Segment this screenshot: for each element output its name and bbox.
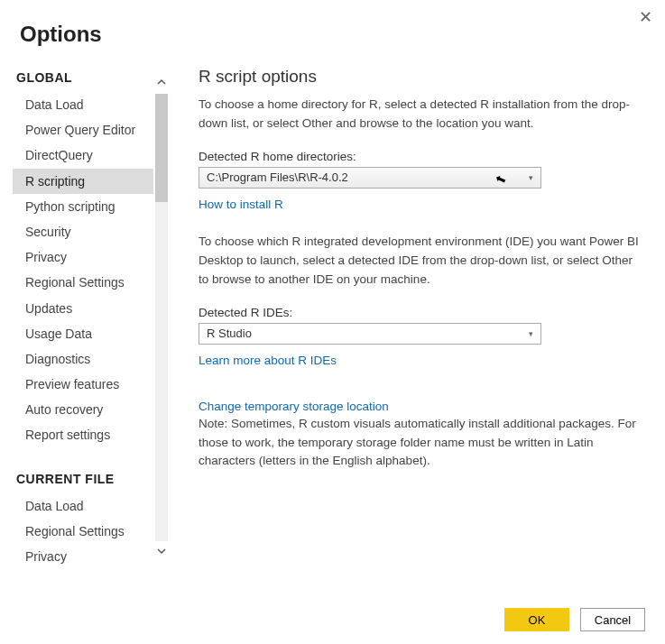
- sidebar-item-diagnostics[interactable]: Diagnostics: [16, 346, 153, 372]
- learn-r-ides-link[interactable]: Learn more about R IDEs: [199, 354, 337, 367]
- sidebar-item-data-load[interactable]: Data Load: [16, 92, 153, 117]
- tmp-note: Note: Sometimes, R custom visuals automa…: [199, 415, 645, 472]
- chevron-down-icon: ▾: [529, 173, 533, 182]
- sidebar-item-auto-recovery[interactable]: Auto recovery: [16, 397, 153, 422]
- sidebar: GLOBAL Data LoadPower Query EditorDirect…: [0, 63, 173, 568]
- cursor-icon: ⬉: [494, 170, 509, 187]
- panel-title: R script options: [199, 67, 645, 87]
- sidebar-section-global: GLOBAL: [16, 63, 173, 92]
- home-dir-value: C:\Program Files\R\R-4.0.2: [207, 170, 348, 184]
- scrollbar-thumb[interactable]: [155, 94, 168, 202]
- home-dir-label: Detected R home directories:: [199, 150, 645, 163]
- sidebar-item-power-query-editor[interactable]: Power Query Editor: [16, 117, 153, 143]
- sidebar-item-privacy[interactable]: Privacy: [16, 244, 153, 270]
- change-tmp-location-link[interactable]: Change temporary storage location: [199, 400, 389, 413]
- scroll-down-icon[interactable]: [155, 545, 168, 559]
- close-icon[interactable]: ✕: [639, 7, 652, 27]
- scroll-up-icon[interactable]: [155, 76, 168, 90]
- ide-value: R Studio: [207, 327, 252, 340]
- intro-text: To choose a home directory for R, select…: [199, 96, 645, 133]
- main-panel: R script options To choose a home direct…: [173, 63, 665, 568]
- ide-intro-text: To choose which R integrated development…: [199, 233, 645, 290]
- sidebar-item-updates[interactable]: Updates: [16, 296, 153, 321]
- sidebar-item-python-scripting[interactable]: Python scripting: [16, 194, 153, 219]
- home-dir-dropdown[interactable]: C:\Program Files\R\R-4.0.2 ▾ ⬉: [199, 167, 541, 189]
- sidebar-item-directquery[interactable]: DirectQuery: [16, 143, 153, 168]
- sidebar-item-security[interactable]: Security: [16, 219, 153, 244]
- sidebar-item-preview-features[interactable]: Preview features: [16, 372, 153, 397]
- cancel-button[interactable]: Cancel: [580, 608, 645, 631]
- sidebar-item-cf-regional-settings[interactable]: Regional Settings: [16, 519, 153, 544]
- dialog-title: Options: [0, 0, 665, 63]
- sidebar-item-usage-data[interactable]: Usage Data: [16, 321, 153, 346]
- sidebar-item-report-settings[interactable]: Report settings: [16, 422, 153, 447]
- chevron-down-icon: ▾: [529, 329, 533, 338]
- ok-button[interactable]: OK: [504, 608, 569, 631]
- ide-dropdown[interactable]: R Studio ▾: [199, 323, 541, 345]
- sidebar-item-r-scripting[interactable]: R scripting: [13, 169, 153, 194]
- dialog-footer: OK Cancel: [504, 608, 645, 631]
- sidebar-item-regional-settings[interactable]: Regional Settings: [16, 270, 153, 295]
- ide-label: Detected R IDEs:: [199, 306, 645, 319]
- sidebar-item-cf-privacy[interactable]: Privacy: [16, 544, 153, 568]
- install-r-link[interactable]: How to install R: [199, 198, 283, 211]
- sidebar-item-cf-data-load[interactable]: Data Load: [16, 493, 153, 519]
- sidebar-section-current-file: CURRENT FILE: [16, 465, 173, 493]
